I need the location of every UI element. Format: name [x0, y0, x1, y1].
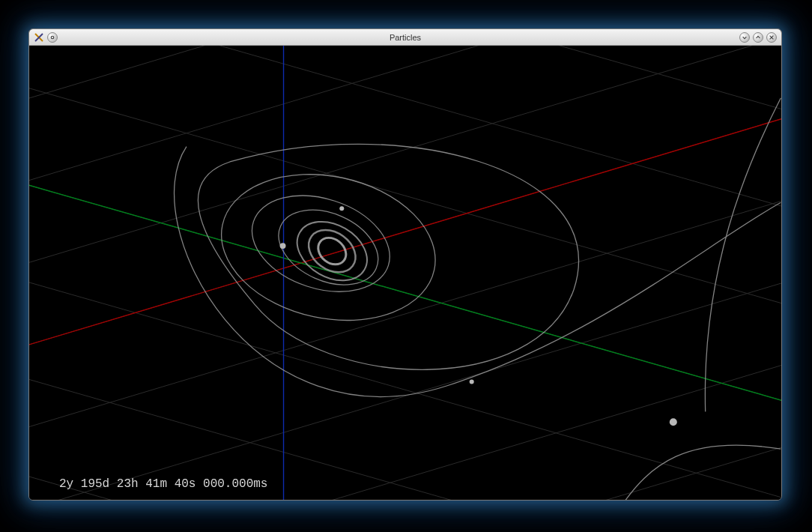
elapsed-time: 2y 195d 23h 41m 40s 000.000ms [59, 477, 267, 491]
simulation-viewport[interactable]: 2y 195d 23h 41m 40s 000.000ms [29, 46, 781, 500]
svg-line-8 [29, 46, 781, 143]
particle-trails [175, 98, 781, 500]
titlebar-right-controls [739, 32, 777, 43]
svg-line-7 [29, 46, 781, 61]
svg-point-46 [280, 243, 286, 249]
window-title: Particles [29, 33, 781, 42]
svg-line-9 [29, 46, 781, 225]
app-window: Particles [28, 28, 782, 501]
svg-line-11 [29, 76, 781, 390]
svg-point-48 [470, 380, 474, 384]
shade-button[interactable] [47, 32, 58, 43]
svg-line-26 [29, 46, 781, 53]
svg-point-45 [287, 210, 378, 292]
titlebar[interactable]: Particles [29, 29, 781, 46]
particles [280, 206, 677, 426]
svg-line-40 [29, 143, 781, 442]
scene [29, 46, 781, 500]
titlebar-left-controls [34, 32, 58, 43]
svg-point-47 [339, 206, 344, 211]
svg-line-39 [29, 76, 781, 390]
maximize-button[interactable] [753, 32, 763, 43]
x-server-icon [34, 32, 44, 43]
close-button[interactable] [766, 32, 777, 43]
svg-line-30 [29, 143, 781, 442]
svg-line-27 [29, 46, 781, 151]
svg-point-2 [51, 36, 54, 39]
desktop: Particles [0, 0, 812, 532]
svg-line-29 [29, 46, 781, 345]
svg-point-49 [670, 418, 677, 426]
svg-line-10 [29, 46, 781, 307]
svg-line-14 [29, 322, 781, 500]
minimize-button[interactable] [739, 32, 750, 43]
svg-point-43 [240, 179, 402, 308]
